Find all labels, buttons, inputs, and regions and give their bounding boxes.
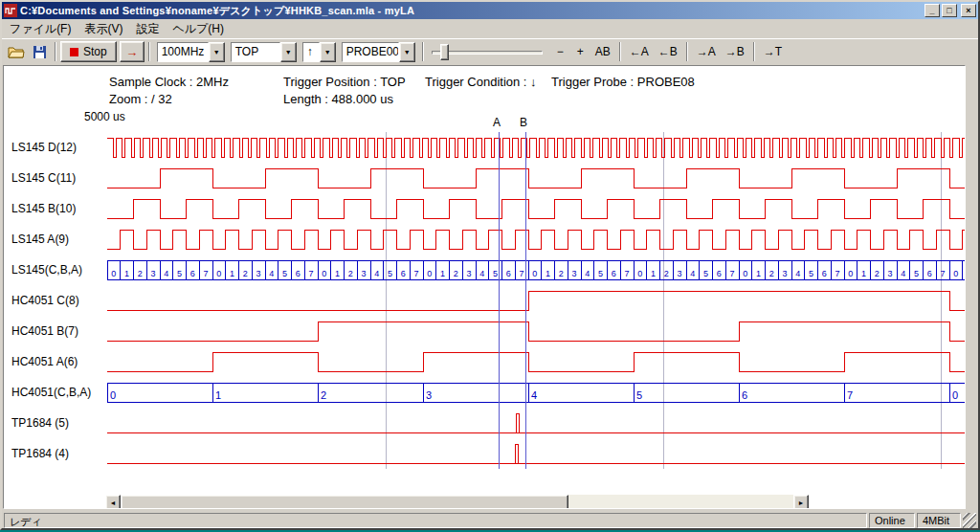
sample-clock-select[interactable]: 100MHz ▼ xyxy=(157,42,225,62)
goto-cursor-a-right-button[interactable]: →A xyxy=(692,41,721,62)
horizontal-scrollbar[interactable]: ◄ ► xyxy=(105,495,809,509)
bus-value: 4 xyxy=(479,269,484,278)
status-online: Online xyxy=(869,513,915,528)
waveform-channel xyxy=(107,168,965,188)
bus-value: 6 xyxy=(296,269,301,278)
bus-value: 0 xyxy=(743,269,747,278)
maximize-icon: □ xyxy=(947,6,951,15)
window-title: C:¥Documents and Settings¥noname¥デスクトップ¥… xyxy=(20,4,922,18)
trigger-probe-value: PROBE00 xyxy=(342,42,399,62)
goto-cursor-b-right-button[interactable]: →B xyxy=(721,41,749,62)
scroll-right-button[interactable]: ► xyxy=(793,495,809,509)
bus-value: 6 xyxy=(190,269,195,278)
channel-label: LS145(C,B,A) xyxy=(8,255,105,285)
resize-grip[interactable] xyxy=(963,513,976,528)
goto-cursor-b-left-button[interactable]: ←B xyxy=(654,41,682,62)
cursor-b-label[interactable]: B xyxy=(520,116,527,129)
trigger-edge-select[interactable]: ↑ ▼ xyxy=(302,42,336,62)
scroll-left-icon: ◄ xyxy=(110,499,117,506)
status-memory: 4MBit xyxy=(917,513,961,528)
zoom-slider-thumb[interactable] xyxy=(440,44,449,60)
zoom-slider[interactable] xyxy=(432,42,543,62)
waveform-plot[interactable]: 0123456701234567012345670123456701234567… xyxy=(107,132,965,469)
goto-cursor-a-left-button[interactable]: ←A xyxy=(625,41,654,62)
minimize-button[interactable]: _ xyxy=(924,4,940,17)
floppy-icon xyxy=(33,45,47,59)
bus-value: 3 xyxy=(783,269,788,278)
maximize-button[interactable]: □ xyxy=(942,4,957,17)
bus-value: 6 xyxy=(506,269,511,278)
zoom-in-button[interactable]: + xyxy=(570,41,590,62)
toolbar-separator xyxy=(55,42,56,61)
bus-value: 0 xyxy=(637,269,642,278)
bus-value: 2 xyxy=(769,269,774,278)
bus-value: 5 xyxy=(388,269,392,278)
trigger-position-select[interactable]: TOP ▼ xyxy=(231,42,297,62)
sample-clock-value: 100MHz xyxy=(157,42,209,62)
bus-value: 1 xyxy=(124,269,129,278)
bus-value: 0 xyxy=(427,269,432,278)
waveform-channel xyxy=(107,291,965,310)
open-button[interactable] xyxy=(5,41,28,62)
chevron-down-icon[interactable]: ▼ xyxy=(280,42,297,62)
bus-value: 1 xyxy=(440,269,445,278)
menu-help[interactable]: ヘルプ(H) xyxy=(166,19,231,39)
bus-value: 4 xyxy=(585,269,590,278)
toolbar-separator xyxy=(148,42,150,61)
cursor-a-label[interactable]: A xyxy=(493,116,501,129)
scrollbar-thumb[interactable] xyxy=(121,495,568,509)
waveform-view: Sample Clock : 2MHz Trigger Position : T… xyxy=(3,65,966,509)
waveform-channel xyxy=(107,138,965,157)
bus-value: 7 xyxy=(941,269,946,278)
ab-range-button[interactable]: AB xyxy=(590,41,615,62)
bus-value: 7 xyxy=(730,269,735,278)
status-ready: レディ xyxy=(4,513,867,528)
bus-value: 3 xyxy=(888,269,893,278)
bus-value: 7 xyxy=(835,269,840,278)
bus-value: 4 xyxy=(164,269,168,278)
bus-value: 7 xyxy=(625,269,630,278)
bus-value: 2 xyxy=(138,269,143,278)
bus-value: 2 xyxy=(875,269,880,278)
bus-value: 6 xyxy=(742,389,747,401)
chevron-down-icon[interactable]: ▼ xyxy=(399,42,415,62)
run-button[interactable]: → xyxy=(120,41,145,62)
close-button[interactable]: × xyxy=(961,4,976,17)
close-icon: × xyxy=(966,6,970,15)
channel-label: LS145 C(11) xyxy=(8,163,105,193)
minimize-icon: _ xyxy=(929,6,934,15)
goto-trigger-button[interactable]: →T xyxy=(759,41,787,62)
zoom-info: Zoom : / 32 xyxy=(109,92,172,106)
zoom-out-button[interactable]: − xyxy=(550,41,570,62)
bus-value: 7 xyxy=(204,269,209,278)
menu-view[interactable]: 表示(V) xyxy=(78,19,129,39)
bus-value: 2 xyxy=(454,269,458,278)
bus-value: 2 xyxy=(243,269,248,278)
scroll-left-button[interactable]: ◄ xyxy=(105,495,121,509)
chevron-down-icon[interactable]: ▼ xyxy=(320,42,336,62)
bus-value: 5 xyxy=(177,269,182,278)
menu-settings[interactable]: 設定 xyxy=(129,19,166,39)
open-folder-icon xyxy=(8,45,25,58)
time-scale-label: 5000 us xyxy=(84,110,125,123)
title-bar[interactable]: C:¥Documents and Settings¥noname¥デスクトップ¥… xyxy=(2,2,978,19)
bus-value: 3 xyxy=(426,389,432,401)
bus-value: 0 xyxy=(111,269,116,278)
trigger-probe-select[interactable]: PROBE00 ▼ xyxy=(342,42,415,62)
save-button[interactable] xyxy=(28,41,51,62)
chevron-down-icon[interactable]: ▼ xyxy=(209,42,225,62)
bus-value: 0 xyxy=(110,389,116,401)
menu-file[interactable]: ファイル(F) xyxy=(3,19,78,39)
bus-value: 4 xyxy=(690,269,695,278)
bus-value: 1 xyxy=(756,269,761,278)
stop-button[interactable]: Stop xyxy=(60,41,117,62)
app-icon xyxy=(4,4,17,17)
bus-value: 2 xyxy=(664,269,669,278)
bus-value: 3 xyxy=(362,269,367,278)
bus-value: 7 xyxy=(847,389,853,401)
scrollbar-track[interactable] xyxy=(121,495,793,509)
length-info: Length : 488.000 us xyxy=(283,92,393,106)
bus-value: 7 xyxy=(414,269,419,278)
bus-value: 5 xyxy=(809,269,813,278)
toolbar-separator xyxy=(753,42,755,61)
